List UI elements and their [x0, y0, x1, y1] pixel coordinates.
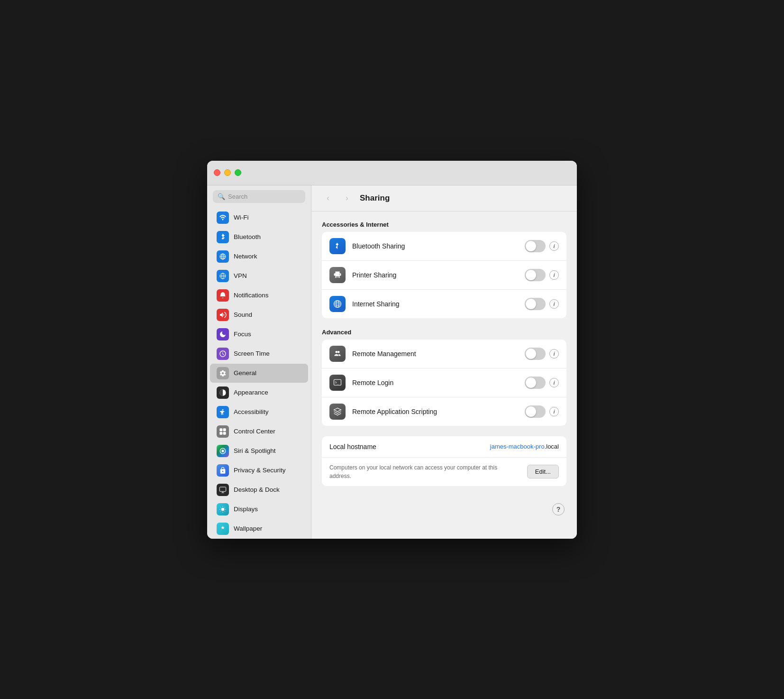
internet-sharing-icon	[329, 296, 346, 312]
privacy-icon	[217, 464, 229, 477]
printer-sharing-toggle[interactable]	[525, 269, 546, 281]
sidebar-items: Wi-FiBluetoothNetworkVPNNotificationsSou…	[207, 208, 311, 539]
hostname-label: Local hostname	[329, 443, 376, 451]
forward-button[interactable]: ›	[341, 192, 353, 204]
hostname-description: Computers on your local network can acce…	[329, 463, 520, 480]
svg-point-25	[337, 351, 340, 353]
sidebar-item-displays[interactable]: Displays	[210, 500, 308, 519]
svg-point-24	[336, 351, 338, 353]
svg-rect-10	[219, 428, 222, 431]
sidebar-item-sound[interactable]: Sound	[210, 305, 308, 324]
displays-icon	[217, 503, 229, 515]
search-icon: 🔍	[218, 193, 225, 200]
internet-sharing-label: Internet Sharing	[352, 300, 518, 308]
sidebar-item-notifications[interactable]: Notifications	[210, 286, 308, 305]
sidebar-item-wallpaper[interactable]: Wallpaper	[210, 519, 308, 538]
svg-rect-13	[223, 432, 226, 434]
hostname-value: james-macbook-pro.local	[490, 443, 559, 450]
bluetooth-sharing-row: Bluetooth Sharing i	[322, 232, 566, 261]
sidebar-item-controlcenter[interactable]: Control Center	[210, 422, 308, 441]
sidebar-item-label-general: General	[234, 369, 256, 377]
sidebar-item-label-screentime: Screen Time	[234, 350, 270, 357]
remote-login-info-button[interactable]: i	[549, 378, 559, 387]
sidebar-item-label-desktop: Desktop & Dock	[234, 486, 280, 493]
svg-point-14	[221, 450, 224, 452]
accessories-section: Accessories & Internet Bluetooth Sharing	[322, 221, 566, 318]
bottom-help: ?	[322, 497, 566, 515]
sidebar-item-accessibility[interactable]: Accessibility	[210, 403, 308, 422]
focus-icon	[217, 328, 229, 340]
titlebar	[207, 161, 577, 185]
remote-management-icon	[329, 346, 346, 362]
sidebar-item-privacy[interactable]: Privacy & Security	[210, 461, 308, 480]
hostname-link[interactable]: james-macbook-pro	[490, 443, 545, 450]
remote-scripting-info-button[interactable]: i	[549, 407, 559, 416]
screentime-icon	[217, 348, 229, 360]
sidebar-item-general[interactable]: General	[210, 364, 308, 383]
main-content: ‹ › Sharing Accessories & Internet	[311, 185, 577, 539]
sidebar-item-appearance[interactable]: Appearance	[210, 383, 308, 402]
internet-sharing-info-button[interactable]: i	[549, 299, 559, 309]
vpn-icon	[217, 270, 229, 282]
bluetooth-icon	[217, 231, 229, 243]
remote-login-toggle[interactable]	[525, 377, 546, 389]
main-body: Accessories & Internet Bluetooth Sharing	[311, 212, 577, 525]
sidebar: 🔍 Wi-FiBluetoothNetworkVPNNotificationsS…	[207, 185, 311, 539]
edit-button[interactable]: Edit...	[527, 465, 559, 478]
hostname-suffix: .local	[545, 443, 559, 450]
remote-scripting-toggle[interactable]	[525, 405, 546, 418]
search-bar[interactable]: 🔍	[213, 190, 305, 203]
internet-sharing-controls: i	[525, 298, 559, 310]
accessories-card: Bluetooth Sharing i	[322, 232, 566, 318]
appearance-icon	[217, 386, 229, 399]
internet-sharing-row: Internet Sharing i	[322, 290, 566, 318]
sidebar-item-label-bluetooth: Bluetooth	[234, 233, 261, 240]
wifi-icon	[217, 212, 229, 224]
content-area: 🔍 Wi-FiBluetoothNetworkVPNNotificationsS…	[207, 185, 577, 539]
sidebar-item-label-notifications: Notifications	[234, 292, 269, 299]
svg-rect-12	[219, 432, 222, 434]
main-header: ‹ › Sharing	[311, 185, 577, 212]
accessories-section-title: Accessories & Internet	[322, 221, 566, 228]
sidebar-item-label-controlcenter: Control Center	[234, 428, 275, 435]
sidebar-item-siri[interactable]: Siri & Spotlight	[210, 441, 308, 460]
internet-sharing-toggle[interactable]	[525, 298, 546, 310]
sidebar-item-label-vpn: VPN	[234, 272, 247, 279]
remote-scripting-icon	[329, 404, 346, 420]
bluetooth-sharing-toggle[interactable]	[525, 240, 546, 252]
back-button[interactable]: ‹	[322, 192, 334, 204]
sidebar-item-label-privacy: Privacy & Security	[234, 467, 286, 474]
help-button[interactable]: ?	[552, 503, 565, 515]
sidebar-item-vpn[interactable]: VPN	[210, 267, 308, 285]
minimize-button[interactable]	[224, 169, 231, 176]
advanced-card: Remote Management i >_	[322, 340, 566, 426]
remote-scripting-label: Remote Application Scripting	[352, 408, 518, 415]
printer-sharing-row: Printer Sharing i	[322, 261, 566, 290]
controlcenter-icon	[217, 425, 229, 438]
sidebar-item-label-siri: Siri & Spotlight	[234, 447, 276, 454]
sidebar-item-label-sound: Sound	[234, 311, 252, 318]
sidebar-item-wifi[interactable]: Wi-Fi	[210, 208, 308, 227]
system-preferences-window: 🔍 Wi-FiBluetoothNetworkVPNNotificationsS…	[207, 161, 577, 539]
sidebar-item-label-focus: Focus	[234, 331, 251, 338]
svg-point-18	[221, 507, 225, 511]
general-icon	[217, 367, 229, 379]
sidebar-item-focus[interactable]: Focus	[210, 325, 308, 344]
search-input[interactable]	[228, 193, 301, 200]
sidebar-item-desktop[interactable]: Desktop & Dock	[210, 480, 308, 499]
close-button[interactable]	[214, 169, 220, 176]
maximize-button[interactable]	[235, 169, 241, 176]
remote-login-controls: i	[525, 377, 559, 389]
bluetooth-sharing-info-button[interactable]: i	[549, 241, 559, 251]
hostname-desc-row: Computers on your local network can acce…	[322, 458, 566, 486]
hostname-row: Local hostname james-macbook-pro.local	[322, 436, 566, 458]
sound-icon	[217, 309, 229, 321]
sidebar-item-label-wifi: Wi-Fi	[234, 214, 248, 221]
sidebar-item-screentime[interactable]: Screen Time	[210, 344, 308, 363]
sidebar-item-network[interactable]: Network	[210, 247, 308, 266]
remote-management-toggle[interactable]	[525, 348, 546, 360]
printer-sharing-info-button[interactable]: i	[549, 270, 559, 280]
remote-management-row: Remote Management i	[322, 340, 566, 368]
sidebar-item-bluetooth[interactable]: Bluetooth	[210, 228, 308, 247]
remote-management-info-button[interactable]: i	[549, 349, 559, 359]
